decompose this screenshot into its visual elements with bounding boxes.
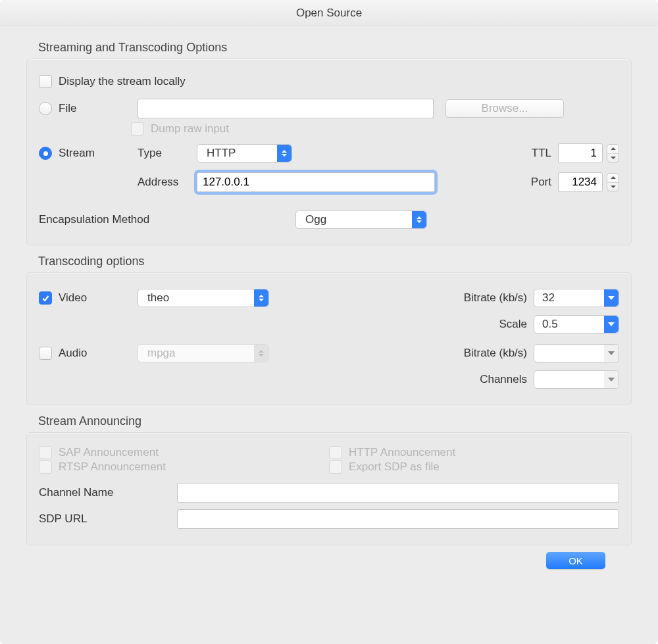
content-area: Streaming and Transcoding Options Displa… [0,26,658,577]
port-label: Port [522,176,558,189]
ttl-label: TTL [522,147,558,160]
address-label: Address [138,176,197,189]
updown-icon [254,345,268,362]
http-ann-label: HTTP Announcement [349,446,455,459]
announcing-section-label: Stream Announcing [38,414,632,428]
ttl-input[interactable] [558,143,603,163]
audio-checkbox[interactable] [39,347,52,360]
audio-codec-value: mpga [138,347,254,360]
rtsp-label: RTSP Announcement [59,460,166,474]
footer: OK [26,545,632,569]
dump-raw-label: Dump raw input [151,122,229,136]
encap-label: Encapsulation Method [39,213,295,226]
audio-channels-combo [534,370,619,389]
browse-button[interactable]: Browse... [445,99,564,118]
audio-bitrate-label: Bitrate (kb/s) [442,347,534,360]
updown-icon [277,145,291,162]
video-codec-value: theo [138,291,254,305]
video-scale-value: 0.5 [534,318,604,331]
video-bitrate-combo[interactable]: 32 [534,289,619,307]
stream-radio[interactable] [39,147,52,160]
display-locally-checkbox[interactable] [39,75,52,88]
sdp-url-input[interactable] [177,509,619,529]
sdp-url-label: SDP URL [39,512,177,526]
video-bitrate-value: 32 [534,291,604,305]
transcoding-section-label: Transcoding options [38,255,632,268]
port-stepper[interactable] [607,173,619,191]
encap-select-value: Ogg [296,213,412,226]
export-sdp-checkbox [329,460,342,474]
window-title: Open Source [0,0,658,26]
file-radio[interactable] [39,102,52,115]
chevron-down-icon [604,289,619,307]
audio-codec-select: mpga [138,344,269,362]
stepper-up-icon [607,145,619,154]
video-label: Video [59,291,87,305]
stepper-down-icon [607,154,619,162]
video-bitrate-label: Bitrate (kb/s) [442,291,534,305]
updown-icon [254,289,268,307]
video-codec-select[interactable]: theo [138,289,269,307]
http-ann-checkbox [329,446,342,459]
sap-label: SAP Announcement [59,446,159,459]
updown-icon [412,211,426,228]
channel-name-input[interactable] [177,483,619,503]
channel-name-label: Channel Name [39,486,177,499]
video-checkbox[interactable] [39,291,52,305]
type-select[interactable]: HTTP [197,144,292,162]
chevron-down-icon [604,371,619,388]
transcoding-section: Video theo Bitrate (kb/s) 32 Scale [26,272,632,405]
video-scale-combo[interactable]: 0.5 [534,315,619,334]
audio-channels-label: Channels [442,373,534,386]
sap-checkbox [39,446,52,459]
chevron-down-icon [604,345,619,362]
address-input[interactable] [197,172,435,192]
announcing-section: SAP Announcement RTSP Announcement HTTP … [26,432,632,545]
audio-bitrate-combo [534,344,619,362]
stepper-up-icon [607,174,619,183]
stepper-down-icon [607,183,619,191]
chevron-down-icon [604,316,619,333]
file-label: File [59,102,76,115]
port-input[interactable] [558,172,603,192]
display-locally-label: Display the stream locally [59,75,186,88]
stream-label: Stream [59,147,95,160]
ok-button[interactable]: OK [546,552,605,569]
streaming-section-label: Streaming and Transcoding Options [38,41,632,55]
ttl-stepper[interactable] [607,144,619,162]
file-path-input[interactable] [138,99,434,118]
type-label: Type [138,147,197,160]
dump-raw-checkbox [131,122,144,136]
export-sdp-label: Export SDP as file [349,460,440,474]
rtsp-checkbox [39,460,52,474]
video-scale-label: Scale [442,318,534,331]
audio-label: Audio [59,347,87,360]
encap-select[interactable]: Ogg [295,211,427,229]
type-select-value: HTTP [197,147,277,160]
open-source-window: Open Source Streaming and Transcoding Op… [0,0,658,644]
streaming-section: Display the stream locally File Browse..… [26,59,632,245]
